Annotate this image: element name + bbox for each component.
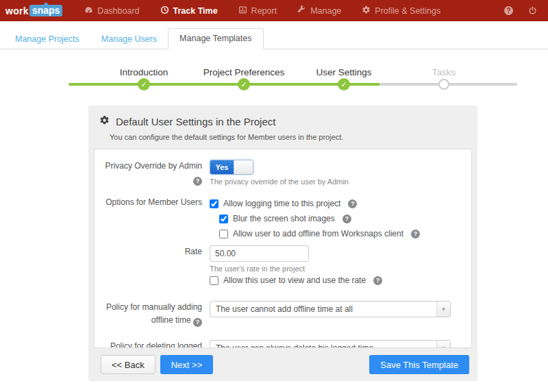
offline-client-checkbox[interactable] [219, 230, 228, 238]
option-blur-screenshots: Blur the screen shot images [219, 211, 460, 226]
wrench-icon [297, 5, 306, 16]
privacy-override-label: Privacy Override by Admin [95, 160, 210, 186]
member-options-row: Options for Member Users Allow logging t… [95, 196, 471, 241]
top-navbar: work snaps Dashboard Track Time Report M… [0, 0, 548, 21]
help-icon[interactable] [373, 276, 382, 285]
selected-option: The user can always delete his logged ti… [210, 341, 436, 348]
help-icon[interactable] [193, 177, 202, 186]
step-label-introduction: Introduction [120, 67, 169, 77]
help-icon[interactable] [342, 215, 351, 223]
checkbox-label: Allow user to add offline from Worksnaps… [233, 229, 403, 238]
navbar-right [504, 6, 537, 15]
toggle-on-label: Yes [210, 160, 234, 174]
privacy-override-toggle[interactable]: Yes [210, 160, 253, 175]
check-icon: ✓ [240, 80, 247, 89]
delete-policy-label: Policy for deleting logged time [95, 340, 210, 348]
blur-screenshots-checkbox[interactable] [219, 215, 228, 223]
selected-option: The user cannot add offline time at all [210, 302, 436, 317]
help-icon[interactable] [411, 230, 420, 238]
view-rate-checkbox[interactable] [210, 276, 219, 285]
offline-policy-select[interactable]: The user cannot add offline time at all [210, 301, 451, 317]
dashboard-icon [84, 5, 93, 16]
privacy-override-hint: The privacy override of the user by Admi… [210, 177, 460, 186]
settings-form: Privacy Override by Admin Yes The privac… [94, 149, 472, 348]
nav-item-dashboard[interactable]: Dashboard [84, 5, 139, 16]
nav-item-label: Dashboard [97, 6, 139, 16]
offline-policy-row: Policy for manually adding offline time … [95, 301, 471, 327]
worksnaps-logo[interactable]: work snaps [5, 5, 62, 16]
toggle-handle [234, 160, 253, 174]
step-label-project-preferences: Project Preferences [203, 67, 285, 77]
clock-icon [160, 5, 169, 16]
privacy-override-row: Privacy Override by Admin Yes The privac… [95, 160, 471, 186]
help-icon[interactable] [348, 199, 357, 208]
tab-manage-templates[interactable]: Manage Templates [168, 28, 263, 49]
logout-power-icon[interactable] [528, 6, 537, 15]
option-allow-logging: Allow logging time to this project [210, 196, 460, 211]
rate-label: Rate [95, 245, 210, 288]
panel-footer: << Back Next >> Save This Template [88, 348, 477, 381]
rate-hint: The user's rate in the project [210, 265, 460, 273]
member-options-label: Options for Member Users [95, 196, 210, 241]
step-label-tasks: Tasks [432, 67, 456, 77]
option-offline-client: Allow user to add offline from Worksnaps… [219, 226, 460, 241]
chevron-down-icon[interactable] [436, 341, 450, 348]
nav-item-label: Profile & Settings [375, 6, 440, 16]
allow-logging-checkbox[interactable] [210, 199, 219, 208]
checkbox-label: Blur the screen shot images [233, 214, 335, 223]
offline-policy-label: Policy for manually adding offline time [95, 301, 210, 327]
rate-input[interactable] [210, 245, 309, 262]
nav-item-manage[interactable]: Manage [297, 5, 341, 16]
tab-manage-users[interactable]: Manage Users [90, 30, 168, 49]
rate-visibility-option: Allow this user to view and use the rate [210, 273, 460, 288]
step-dot-tasks [438, 78, 449, 90]
save-template-button[interactable]: Save This Template [369, 355, 469, 374]
step-dot-introduction: ✓ [138, 78, 150, 90]
gear-icon [99, 115, 110, 127]
manage-tab-bar: Manage Projects Manage Users Manage Temp… [0, 29, 548, 49]
panel-subtitle: You can configure the default settings f… [88, 130, 477, 149]
delete-policy-select[interactable]: The user can always delete his logged ti… [210, 340, 451, 348]
panel-header: Default User Settings in the Project [88, 106, 477, 130]
step-label-user-settings: User Settings [316, 67, 371, 77]
back-button[interactable]: << Back [101, 355, 155, 374]
nav-item-report[interactable]: Report [238, 5, 277, 16]
check-icon: ✓ [340, 80, 347, 89]
wizard-stepper: Introduction Project Preferences User Se… [68, 67, 517, 96]
help-icon[interactable] [504, 6, 513, 15]
chevron-down-icon[interactable] [436, 302, 450, 317]
report-icon [238, 5, 247, 16]
checkbox-label: Allow this user to view and use the rate [223, 275, 366, 285]
nav-item-profile-settings[interactable]: Profile & Settings [362, 5, 440, 16]
delete-policy-row: Policy for deleting logged time The user… [95, 340, 471, 348]
logo-text-snaps: snaps [29, 5, 62, 16]
rate-row: Rate The user's rate in the project Allo… [95, 245, 471, 288]
nav-item-label: Report [251, 6, 277, 16]
stepper-progress-line [68, 83, 380, 86]
panel-title: Default User Settings in the Project [116, 116, 275, 127]
next-button[interactable]: Next >> [160, 355, 214, 374]
logo-text-work: work [5, 5, 29, 16]
step-dot-project-preferences: ✓ [238, 78, 250, 90]
help-icon[interactable] [193, 318, 202, 327]
check-icon: ✓ [140, 80, 147, 89]
nav-item-track-time[interactable]: Track Time [160, 5, 218, 16]
checkbox-label: Allow logging time to this project [223, 199, 340, 208]
gear-icon [362, 5, 371, 16]
nav-item-label: Manage [310, 6, 341, 16]
step-dot-user-settings: ✓ [338, 78, 350, 90]
default-user-settings-panel: Default User Settings in the Project You… [88, 106, 477, 381]
nav-item-label: Track Time [173, 6, 218, 16]
tab-manage-projects[interactable]: Manage Projects [4, 30, 90, 49]
main-nav: Dashboard Track Time Report Manage Profi… [84, 5, 440, 16]
